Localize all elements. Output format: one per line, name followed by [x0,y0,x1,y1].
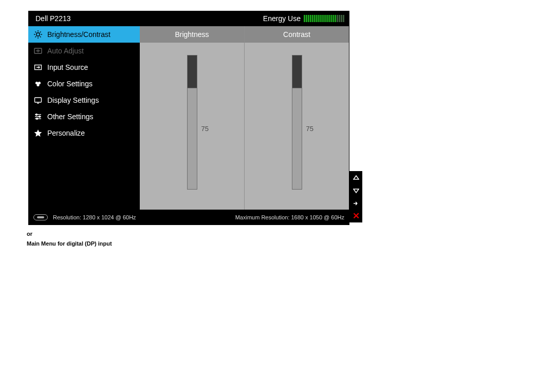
sidebar-item-display-settings[interactable]: Display Settings [28,92,140,108]
sidebar-item-label: Brightness/Contrast [47,30,110,39]
svg-point-15 [36,84,39,86]
brightness-slider[interactable] [187,55,197,190]
contrast-slider[interactable] [292,55,302,190]
brightness-header: Brightness [140,26,244,43]
sidebar-item-label: Other Settings [47,113,94,121]
svg-rect-16 [35,98,42,102]
max-resolution-label: Maximum Resolution: 1680 x 1050 @ 60Hz [235,214,344,220]
other-settings-icon [33,112,43,121]
brightness-value: 75 [201,125,209,133]
energy-meter-icon [304,15,344,22]
sidebar-item-label: Color Settings [47,80,92,88]
nav-enter-button[interactable] [349,197,362,210]
caption-or: or [27,231,32,237]
sidebar-item-other-settings[interactable]: Other Settings [28,108,140,125]
interface-icon [33,214,48,220]
color-settings-icon [33,79,43,88]
contrast-fill [292,88,302,189]
right-arrow-icon [353,200,359,207]
svg-line-5 [35,32,36,33]
content-panes: Brightness 75 Contrast 75 [140,26,349,210]
sidebar-item-color-settings[interactable]: Color Settings [28,76,140,92]
brightness-fill [188,88,197,189]
sidebar-item-input-source[interactable]: Input Source [28,59,140,76]
up-arrow-icon [353,175,359,181]
svg-point-0 [36,33,40,36]
svg-point-21 [36,114,38,116]
osd-body: Brightness/ContrastAuto AdjustInput Sour… [28,26,349,210]
sidebar-item-label: Input Source [47,63,88,71]
energy-use: Energy Use [263,14,344,23]
nav-up-button[interactable] [349,171,362,184]
osd-header: Dell P2213 Energy Use [28,11,349,26]
energy-use-label: Energy Use [263,14,301,23]
svg-line-8 [40,32,41,33]
sidebar-item-auto-adjust: Auto Adjust [28,43,140,59]
input-source-icon [33,63,43,72]
down-arrow-icon [353,188,359,194]
personalize-icon [33,128,43,138]
caption-subtitle: Main Menu for digital (DP) input [27,240,112,247]
close-icon: ✕ [353,211,360,221]
contrast-pane: Contrast 75 [244,26,349,210]
nav-close-button[interactable]: ✕ [349,210,362,222]
sidebar: Brightness/ContrastAuto AdjustInput Sour… [28,26,140,210]
brightness-pane: Brightness 75 [140,26,244,210]
sidebar-item-label: Personalize [47,129,85,137]
contrast-value: 75 [306,125,313,133]
svg-point-22 [39,116,41,118]
osd-footer: Resolution: 1280 x 1024 @ 60Hz Maximum R… [28,210,349,225]
svg-line-6 [40,36,41,38]
nav-down-button[interactable] [349,184,362,197]
osd-nav-buttons: ✕ [349,171,362,222]
sidebar-item-label: Display Settings [47,96,99,104]
display-settings-icon [33,96,43,105]
osd-window: Dell P2213 Energy Use Brightness/Contras… [28,11,349,225]
sidebar-item-brightness-contrast[interactable]: Brightness/Contrast [28,26,140,43]
footer-left: Resolution: 1280 x 1024 @ 60Hz [33,214,136,220]
resolution-label: Resolution: 1280 x 1024 @ 60Hz [53,214,136,220]
sidebar-item-label: Auto Adjust [47,47,84,55]
svg-line-7 [35,36,36,38]
svg-point-23 [36,118,38,120]
brightness-icon [33,30,43,39]
sidebar-item-personalize[interactable]: Personalize [28,125,140,141]
auto-adjust-icon [33,46,43,55]
monitor-model: Dell P2213 [35,14,71,23]
contrast-header: Contrast [245,26,349,43]
